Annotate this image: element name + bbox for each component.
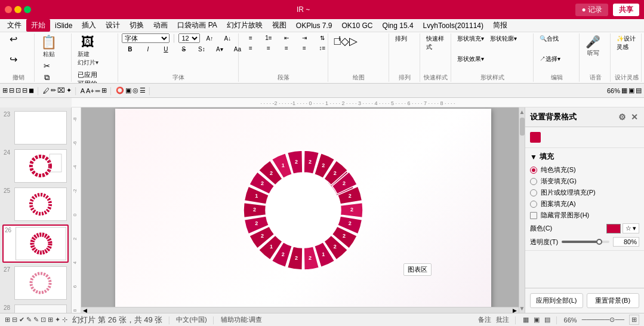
color-swatch[interactable] xyxy=(606,224,621,233)
dictate-button[interactable]: 🎤听写 xyxy=(583,33,603,59)
apply-all-button[interactable]: 应用到全部(L) xyxy=(530,293,583,308)
language-status[interactable]: 中文(中国) xyxy=(176,315,207,324)
menu-start[interactable]: 开始 xyxy=(26,19,50,32)
accessibility-status[interactable]: 辅助功能:调查 xyxy=(221,315,262,324)
tb-icon-7[interactable]: ✏ xyxy=(51,87,56,94)
bullets-button[interactable]: ≡ xyxy=(242,33,259,42)
minimize-button[interactable] xyxy=(14,6,21,13)
scroll-thumb[interactable] xyxy=(520,118,525,136)
view-icon-2[interactable]: ▣ xyxy=(534,316,540,324)
hide-bg-option[interactable]: 隐藏背景图形(H) xyxy=(530,211,639,220)
zoom-slider[interactable]: ──────⊙── xyxy=(582,316,624,324)
tb-icon-17[interactable]: ☰ xyxy=(140,87,146,94)
opacity-slider-thumb[interactable] xyxy=(596,239,602,245)
increase-indent-button[interactable]: ⇥ xyxy=(296,33,313,42)
undo-button[interactable]: ↩ xyxy=(5,33,21,45)
maximize-button[interactable] xyxy=(24,6,31,13)
scroll-right-arrow[interactable]: ▶ xyxy=(511,307,519,313)
comments-button[interactable]: 批注 xyxy=(496,315,509,324)
opacity-slider-container[interactable] xyxy=(562,239,609,245)
text-direction-button[interactable]: ⇅ xyxy=(314,33,331,42)
menu-slideshow[interactable]: 幻灯片故映 xyxy=(222,19,267,32)
arrange-button[interactable]: 排列 xyxy=(393,33,409,44)
strikethrough-button[interactable]: S xyxy=(175,45,192,54)
bold-button[interactable]: B xyxy=(122,45,138,54)
hide-bg-checkbox[interactable] xyxy=(530,212,537,219)
fill-solid-option[interactable]: 纯色填充(S) xyxy=(530,165,639,174)
align-right-button[interactable]: ≡ xyxy=(278,44,295,53)
new-slide-button[interactable]: 🖼新建幻灯片▾ xyxy=(75,33,101,68)
shape-outline-button[interactable]: 形状轮廓▾ xyxy=(488,33,519,44)
menu-ok10[interactable]: OK10 GC xyxy=(337,20,378,31)
menu-qing[interactable]: Qing 15.4 xyxy=(378,20,418,31)
tb-icon-14[interactable]: ⭕ xyxy=(116,87,124,94)
shape-effect-button[interactable]: 形状效果▾ xyxy=(455,54,486,64)
tb-icon-12[interactable]: ═ xyxy=(95,87,100,94)
view-icon-3[interactable]: ▤ xyxy=(544,316,550,324)
scroll-up-arrow[interactable]: ▲ xyxy=(518,107,525,116)
tb-icon-13[interactable]: ⊞ xyxy=(101,87,107,94)
record-button[interactable]: ● 记录 xyxy=(575,4,608,16)
shadow-button[interactable]: S↕ xyxy=(193,45,210,54)
tb-icon-4[interactable]: ⊟ xyxy=(22,87,27,94)
props-close-icon[interactable]: ✕ xyxy=(630,111,639,123)
shapes-button[interactable]: □◇▷ xyxy=(332,33,360,49)
tb-icon-1[interactable]: ⊞ xyxy=(2,87,8,94)
tb-icon-3[interactable]: ⊡ xyxy=(16,87,21,94)
align-center-button[interactable]: ≡ xyxy=(260,44,277,53)
cut-button[interactable]: ✂ xyxy=(38,61,55,71)
tb-icon-6[interactable]: 🖊 xyxy=(43,87,50,94)
menu-lvyh[interactable]: LvyhTools(201114) xyxy=(418,20,488,31)
menu-view[interactable]: 视图 xyxy=(267,19,291,32)
tb-icon-15[interactable]: ▣ xyxy=(125,87,131,94)
fill-image-radio[interactable] xyxy=(530,189,537,196)
view-icon-1[interactable]: ▦ xyxy=(523,316,529,324)
slide-thumb-26[interactable]: 26 xyxy=(2,224,69,263)
tb-icon-8[interactable]: ⌧ xyxy=(57,87,65,94)
props-settings-icon[interactable]: ⚙ xyxy=(617,111,627,123)
scroll-vertical[interactable]: ▲ ▼ xyxy=(519,107,525,313)
menu-jianbao[interactable]: 简报 xyxy=(488,19,512,32)
justify-button[interactable]: ≡ xyxy=(296,44,313,53)
increase-font-button[interactable]: A↑ xyxy=(201,35,218,42)
scroll-left-arrow[interactable]: ◀ xyxy=(81,307,89,313)
menu-pa[interactable]: 口袋动画 PA xyxy=(172,19,221,32)
shape-fill-button[interactable]: 形状填充▾ xyxy=(455,33,486,44)
fill-pattern-radio[interactable] xyxy=(530,201,537,208)
fit-button[interactable]: ⊞ xyxy=(629,315,639,325)
tb-view-icon2[interactable]: ▣ xyxy=(628,87,634,94)
reset-button[interactable]: 重置背景(B) xyxy=(587,293,640,308)
slide-thumb-25[interactable]: 25 xyxy=(2,186,69,222)
tb-view-icon1[interactable]: ▦ xyxy=(621,87,627,94)
tb-icon-11[interactable]: A+ xyxy=(86,87,94,94)
menu-insert[interactable]: 插入 xyxy=(77,19,101,32)
fill-gradient-radio[interactable] xyxy=(530,178,537,185)
paste-button[interactable]: 📋粘贴 xyxy=(38,33,59,60)
slide-thumb-28[interactable]: 28 xyxy=(2,303,69,313)
tb-icon-10[interactable]: A xyxy=(81,87,85,94)
font-size-select[interactable]: 12 xyxy=(178,33,200,43)
reset-button[interactable]: 已应用可用的主题▾ xyxy=(75,69,100,84)
select-button[interactable]: ↗选择▾ xyxy=(537,54,563,64)
menu-islide[interactable]: iSlide xyxy=(50,20,77,31)
fill-solid-radio[interactable] xyxy=(530,167,537,174)
fill-gradient-option[interactable]: 渐变填充(G) xyxy=(530,177,639,186)
design-ideas-button[interactable]: ✨设计灵感 xyxy=(614,33,638,53)
tb-view-icon3[interactable]: ▤ xyxy=(636,87,642,94)
align-left-button[interactable]: ≡ xyxy=(242,44,259,53)
opacity-slider-track[interactable] xyxy=(562,241,609,243)
color-dropdown[interactable]: ☆ ▾ xyxy=(623,223,639,233)
slide-thumb-24[interactable]: 24 xyxy=(2,148,69,184)
menu-file[interactable]: 文件 xyxy=(2,19,26,32)
share-button[interactable]: 共享 xyxy=(613,4,639,16)
notes-button[interactable]: 备注 xyxy=(478,315,491,324)
fill-pattern-option[interactable]: 图案填充(A) xyxy=(530,199,639,208)
line-spacing-button[interactable]: ↕≡ xyxy=(314,44,331,53)
menu-design[interactable]: 设计 xyxy=(101,19,125,32)
menu-animation[interactable]: 动画 xyxy=(149,19,172,32)
font-color-button[interactable]: A▾ xyxy=(211,45,228,54)
transparency-input[interactable]: 80% xyxy=(613,237,639,247)
find-button[interactable]: 🔍合找 xyxy=(537,33,561,44)
redo-button[interactable]: ↪ xyxy=(5,54,21,66)
slide-thumb-23[interactable]: 23 xyxy=(2,110,69,146)
